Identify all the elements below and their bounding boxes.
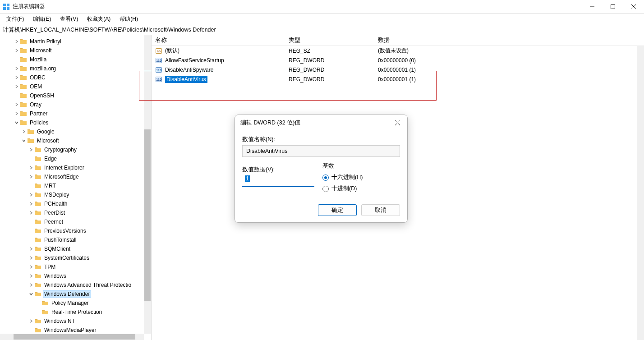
tree-item[interactable]: SystemCertificates (0, 253, 151, 262)
tree-item[interactable]: PCHealth (0, 199, 151, 208)
chevron-right-icon[interactable] (14, 85, 20, 88)
svg-rect-2 (3, 7, 6, 10)
cancel-button[interactable]: 取消 (361, 204, 400, 216)
menu-file[interactable]: 文件(F) (3, 14, 28, 24)
tree-item[interactable]: Windows Defender (0, 289, 151, 299)
chevron-right-icon[interactable] (28, 202, 34, 206)
value-row[interactable]: 110AllowFastServiceStartupREG_DWORD0x000… (152, 55, 644, 65)
chevron-right-icon[interactable] (14, 49, 20, 52)
tree-item-label: Windows NT (43, 317, 76, 325)
menu-edit[interactable]: 编辑(E) (29, 14, 55, 24)
tree-item[interactable]: Real-Time Protection (0, 308, 151, 317)
svg-rect-3 (7, 7, 9, 10)
list-vertical-scrollbar[interactable] (637, 46, 644, 340)
tree-item[interactable]: Microsoft (0, 46, 151, 55)
tree-item[interactable]: mozilla.org (0, 64, 151, 73)
maximize-button[interactable] (603, 0, 623, 13)
tree-item[interactable]: Internet Explorer (0, 163, 151, 172)
tree-item[interactable]: OpenSSH (0, 91, 151, 100)
chevron-right-icon[interactable] (28, 166, 34, 170)
tree-item[interactable]: Edge (0, 154, 151, 163)
ok-button[interactable]: 确定 (318, 204, 357, 216)
chevron-right-icon[interactable] (28, 247, 34, 251)
svg-rect-1 (7, 4, 9, 6)
tree-item-label: mozilla.org (29, 65, 57, 72)
tree-item-label: PeerDist (43, 209, 66, 216)
tree-item[interactable]: Oray (0, 100, 151, 109)
tree-item-label: WindowsMediaPlayer (43, 326, 97, 334)
radio-hex[interactable]: 十六进制(H) (322, 174, 363, 181)
tree-item[interactable]: Mozilla (0, 55, 151, 64)
minimize-button[interactable] (582, 0, 603, 13)
tree-item[interactable]: Microsoft (0, 136, 151, 145)
tree-item[interactable]: PreviousVersions (0, 226, 151, 235)
value-row[interactable]: 110DisableAntiSpywareREG_DWORD0x00000001… (152, 65, 644, 74)
tree-item[interactable]: Windows NT (0, 317, 151, 326)
value-row[interactable]: 110DisableAntiVirusREG_DWORD0x00000001 (… (152, 74, 644, 84)
tree-item[interactable]: PeerDist (0, 208, 151, 217)
tree-item[interactable]: WindowsMediaPlayer (0, 326, 151, 335)
chevron-right-icon[interactable] (14, 67, 20, 70)
tree-item[interactable]: MSDeploy (0, 190, 151, 199)
tree-item[interactable]: Cryptography (0, 145, 151, 154)
value-data-label: 数值数据(V): (242, 166, 314, 174)
tree-horizontal-scrollbar[interactable] (0, 334, 144, 340)
chevron-right-icon[interactable] (28, 256, 34, 260)
menu-help[interactable]: 帮助(H) (116, 14, 142, 24)
value-row[interactable]: ab(默认)REG_SZ(数值未设置) (152, 46, 644, 55)
chevron-right-icon[interactable] (28, 193, 34, 197)
tree-item[interactable]: Peernet (0, 217, 151, 226)
value-data-field[interactable]: 1 (242, 175, 314, 187)
tree-item[interactable]: Martin Prikryl (0, 37, 151, 46)
chevron-right-icon[interactable] (28, 211, 34, 215)
tree-item[interactable]: Partner (0, 109, 151, 118)
radio-dec[interactable]: 十进制(D) (322, 185, 363, 193)
tree-item-label: Microsoft (29, 47, 53, 54)
tree-item[interactable]: Windows (0, 271, 151, 280)
column-header-name[interactable]: 名称 (152, 37, 285, 44)
chevron-right-icon[interactable] (28, 319, 34, 323)
value-type: REG_DWORD (289, 57, 378, 64)
chevron-right-icon[interactable] (28, 148, 34, 152)
tree-item[interactable]: TPM (0, 262, 151, 271)
tree-item[interactable]: Policy Manager (0, 299, 151, 308)
reg-string-icon: ab (155, 47, 162, 55)
tree-item[interactable]: OEM (0, 82, 151, 91)
tree-item[interactable]: MRT (0, 181, 151, 190)
chevron-right-icon[interactable] (14, 103, 20, 106)
column-header-data[interactable]: 数据 (374, 37, 644, 44)
scrollbar-thumb[interactable] (14, 334, 135, 340)
value-name-field[interactable] (242, 145, 400, 157)
chevron-right-icon[interactable] (28, 175, 34, 179)
tree-item[interactable]: Policies (0, 118, 151, 127)
tree-item[interactable]: Google (0, 127, 151, 136)
chevron-right-icon[interactable] (28, 274, 34, 278)
chevron-right-icon[interactable] (14, 40, 20, 43)
tree-item[interactable]: ODBC (0, 73, 151, 82)
tree-item[interactable]: MicrosoftEdge (0, 172, 151, 181)
value-data: 0x00000001 (1) (378, 67, 644, 73)
tree-item[interactable]: Windows Advanced Threat Protectio (0, 280, 151, 289)
tree-item[interactable]: PushToInstall (0, 235, 151, 244)
menu-favorites[interactable]: 收藏夹(A) (83, 14, 114, 24)
chevron-down-icon[interactable] (21, 139, 27, 142)
chevron-down-icon[interactable] (28, 292, 34, 296)
column-header-type[interactable]: 类型 (285, 37, 374, 44)
chevron-right-icon[interactable] (14, 76, 20, 79)
folder-icon (34, 272, 41, 280)
scrollbar-thumb[interactable] (144, 129, 151, 301)
chevron-right-icon[interactable] (21, 130, 27, 133)
tree-item[interactable]: SQMClient (0, 244, 151, 253)
tree-vertical-scrollbar[interactable] (144, 35, 151, 334)
address-bar[interactable]: 计算机\HKEY_LOCAL_MACHINE\SOFTWARE\Policies… (0, 25, 644, 35)
chevron-right-icon[interactable] (28, 265, 34, 269)
chevron-down-icon[interactable] (14, 121, 20, 124)
close-button[interactable] (623, 0, 644, 13)
value-data: (数值未设置) (378, 47, 644, 55)
titlebar: 注册表编辑器 (0, 0, 644, 14)
chevron-right-icon[interactable] (28, 283, 34, 287)
menu-view[interactable]: 查看(V) (56, 14, 82, 24)
dialog-close-button[interactable] (393, 118, 402, 127)
chevron-right-icon[interactable] (14, 112, 20, 115)
reg-binary-icon: 110 (155, 57, 162, 64)
